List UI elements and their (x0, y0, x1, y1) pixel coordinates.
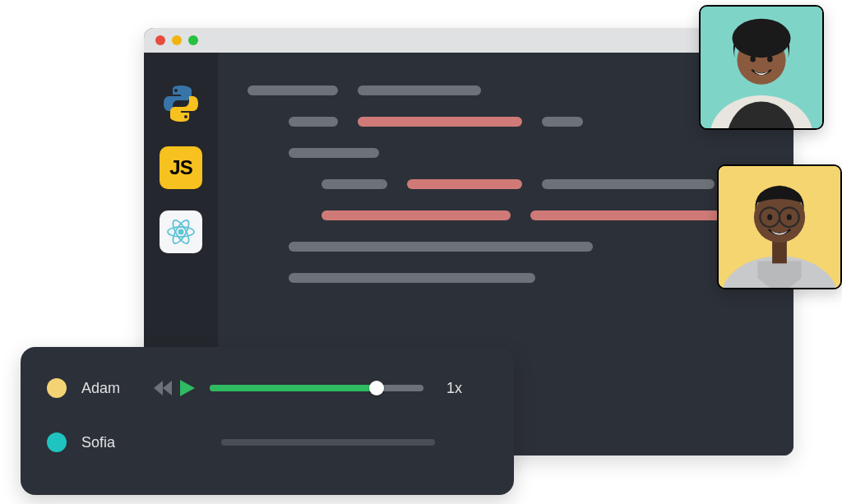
code-token (407, 179, 522, 189)
progress-track[interactable] (210, 385, 423, 391)
code-token (358, 86, 481, 95)
svg-point-10 (767, 56, 773, 62)
progress-thumb[interactable] (369, 381, 384, 395)
user-name-label: Sofia (81, 434, 139, 451)
player-row-sofia: Sofia (47, 432, 488, 452)
code-line (248, 242, 764, 252)
code-token (289, 273, 535, 283)
playback-panel: Adam 1x Sofia (21, 347, 514, 495)
code-line (248, 117, 764, 127)
window-titlebar (144, 28, 793, 53)
playback-controls: 1x (154, 380, 462, 397)
player-row-adam: Adam 1x (47, 378, 488, 398)
code-line (248, 86, 764, 95)
code-token (358, 117, 522, 127)
code-line (248, 148, 764, 158)
js-label: JS (169, 156, 192, 179)
participant-avatar-1[interactable] (699, 5, 824, 130)
code-line (248, 179, 764, 189)
code-line (248, 273, 764, 283)
inactive-progress-track[interactable] (221, 439, 435, 446)
svg-point-18 (767, 215, 772, 220)
progress-fill (210, 385, 377, 391)
close-icon[interactable] (155, 35, 165, 45)
svg-point-19 (787, 215, 792, 220)
playback-speed-label[interactable]: 1x (446, 380, 462, 397)
play-icon[interactable] (180, 380, 195, 396)
code-token (289, 117, 338, 127)
minimize-icon[interactable] (172, 35, 182, 45)
user-name-label: Adam (81, 380, 139, 397)
svg-point-9 (750, 56, 756, 62)
user-color-dot (47, 378, 67, 398)
code-token (542, 117, 583, 127)
user-color-dot (47, 432, 67, 452)
code-token (542, 179, 715, 189)
code-token (248, 86, 338, 95)
code-token (289, 242, 593, 252)
code-token (322, 210, 511, 220)
participant-avatar-2[interactable] (717, 164, 842, 289)
code-token (322, 179, 387, 189)
svg-point-8 (732, 19, 790, 58)
rewind-icon[interactable] (154, 381, 172, 395)
code-token (289, 148, 379, 158)
svg-point-0 (178, 229, 184, 235)
javascript-icon[interactable]: JS (160, 146, 202, 189)
react-icon[interactable] (160, 210, 202, 253)
python-icon[interactable] (160, 82, 202, 125)
maximize-icon[interactable] (188, 35, 198, 45)
code-line (248, 210, 764, 220)
